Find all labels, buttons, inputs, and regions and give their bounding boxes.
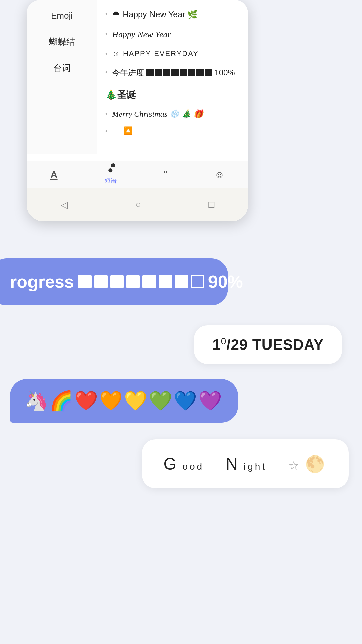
phrase-label: 短语	[105, 177, 117, 185]
nav-bar: ◁ ○ □	[27, 188, 248, 221]
bullet-partial: •	[105, 128, 107, 135]
date-month-super: 0	[221, 336, 227, 346]
item-text-1: 🌨 Happy New Year 🌿	[112, 9, 198, 20]
gn-moon: 🌕	[305, 455, 327, 474]
progress-percent: 100%	[214, 67, 235, 78]
pb-2	[94, 275, 108, 288]
sidebar-item-lines[interactable]: 台词	[27, 55, 97, 82]
bullet-4: •	[105, 68, 107, 77]
emoji-face-icon: ☺	[214, 169, 225, 180]
list-item-1[interactable]: • 🌨 Happy New Year 🌿	[105, 5, 240, 24]
pb-5	[142, 275, 156, 288]
goodnight-text: Good Night ☆ 🌕	[164, 454, 327, 474]
progress-bubble-percent: 90%	[208, 272, 243, 292]
date-month: 1	[212, 336, 221, 353]
date-weekday: TUESDAY	[252, 336, 324, 353]
item-text-2: Happy New Year	[112, 29, 171, 41]
block-f2	[155, 69, 162, 76]
goodnight-bubble: Good Night ☆ 🌕	[142, 439, 349, 488]
pb-7	[175, 275, 188, 288]
gn-G: G	[164, 454, 179, 474]
phrase-icon: ●	[108, 165, 113, 175]
gn-ood-super: ood	[182, 461, 204, 472]
bullet-1: •	[105, 10, 107, 18]
toolbar-item-phrase[interactable]: ● 短语	[105, 165, 117, 185]
pb-8	[191, 275, 204, 288]
block-f3	[163, 69, 170, 76]
christmas-title: 🎄圣诞	[105, 89, 240, 101]
date-bubble-text: 10/29 TUESDAY	[212, 336, 324, 353]
date-bubble: 10/29 TUESDAY	[194, 325, 342, 364]
nav-back-icon[interactable]: ◁	[61, 199, 68, 210]
phone-inner: Emoji 蝴蝶结 台词 • 🌨 Happy New Year 🌿 •	[27, 0, 248, 221]
gn-ight-sub: ight	[244, 461, 267, 472]
sidebar: Emoji 蝴蝶结 台词	[27, 0, 97, 154]
progress-bubble: rogress 90%	[0, 258, 228, 305]
progress-bubble-blocks	[78, 275, 204, 288]
item-text-3: ☺ HAPPY EVERYDAY	[112, 49, 199, 59]
pb-3	[110, 275, 124, 288]
block-f6	[188, 69, 195, 76]
phone-shell: Emoji 蝴蝶结 台词 • 🌨 Happy New Year 🌿 •	[27, 0, 248, 221]
partial-text: -- - 🔼	[112, 126, 132, 135]
bullet-3: •	[105, 50, 107, 58]
progress-bubble-label: rogress	[10, 272, 74, 292]
block-f1	[146, 69, 154, 76]
progress-bubble-content: rogress 90%	[10, 272, 243, 292]
progress-blocks	[146, 69, 212, 76]
nav-recents-icon[interactable]: □	[208, 199, 214, 210]
block-f5	[180, 69, 187, 76]
progress-label: 今年进度	[112, 67, 144, 78]
date-day: 29	[231, 336, 248, 353]
sidebar-item-emoji[interactable]: Emoji	[27, 3, 97, 29]
block-f4	[171, 69, 179, 76]
sidebar-item-bowtie[interactable]: 蝴蝶结	[27, 29, 97, 55]
list-item-4[interactable]: • 今年进度 100%	[105, 63, 240, 83]
emoji-bubble: 🦄🌈❤️🧡💛💚💙💜	[10, 379, 238, 423]
toolbar: A ● 短语 " ☺	[27, 161, 248, 188]
item-text-christmas: Merry Christmas ❄️ 🎄 🎁	[112, 109, 203, 120]
emoji-bubble-text: 🦄🌈❤️🧡💛💚💙💜	[25, 390, 223, 411]
toolbar-item-font[interactable]: A	[50, 169, 58, 180]
pb-4	[126, 275, 140, 288]
pb-6	[159, 275, 172, 288]
list-item-christmas[interactable]: • Merry Christmas ❄️ 🎄 🎁	[105, 105, 240, 124]
block-f8	[205, 69, 212, 76]
block-f7	[196, 69, 204, 76]
pb-1	[78, 275, 92, 288]
list-item-2[interactable]: • Happy New Year	[105, 24, 240, 45]
quote-icon: "	[163, 168, 167, 181]
partial-item: • -- - 🔼	[105, 124, 240, 138]
gn-N: N	[226, 454, 240, 474]
item-text-4: 今年进度 100%	[112, 67, 235, 78]
font-icon: A	[50, 169, 58, 180]
nav-home-icon[interactable]: ○	[135, 199, 141, 210]
toolbar-item-quote[interactable]: "	[163, 168, 167, 181]
list-item-3[interactable]: • ☺ HAPPY EVERYDAY	[105, 45, 240, 63]
content-area: • 🌨 Happy New Year 🌿 • Happy New Year • …	[97, 0, 248, 154]
christmas-title-text: 🎄圣诞	[105, 89, 136, 101]
toolbar-item-emoji[interactable]: ☺	[214, 169, 225, 180]
bullet-2: •	[105, 30, 107, 38]
bullet-c1: •	[105, 110, 107, 118]
gn-star: ☆	[288, 459, 301, 473]
